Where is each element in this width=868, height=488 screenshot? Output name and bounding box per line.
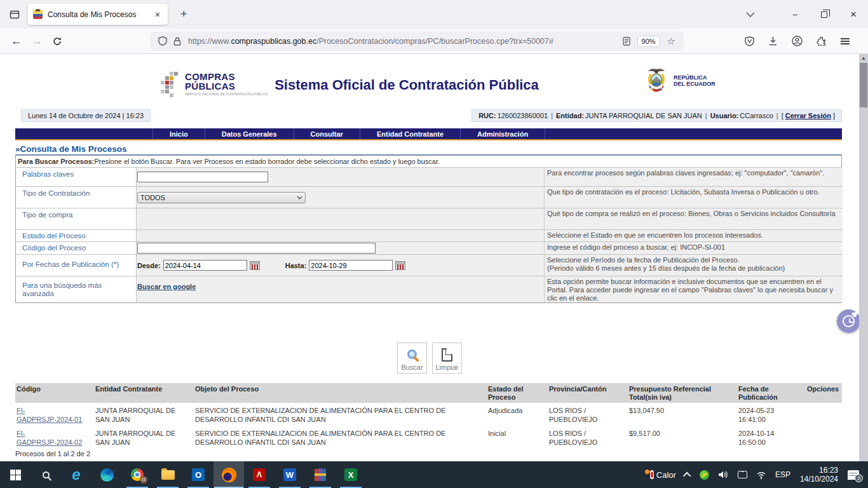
winrar-button[interactable] — [305, 461, 336, 488]
codigo-proceso-input[interactable] — [137, 243, 376, 254]
buscar-button[interactable]: Buscar — [397, 342, 427, 374]
calendar-icon[interactable] — [250, 261, 260, 270]
label-busqueda-avanzada: Para una búsqueda más avanzada — [16, 276, 136, 302]
site-header: COMPRAS PÚBLICAS SERVICIO NACIONAL DE CO… — [0, 54, 859, 109]
window-minimize-button[interactable]: − — [780, 0, 810, 29]
folder-icon — [161, 470, 175, 480]
firefox-view-icon[interactable] — [5, 5, 24, 24]
bookmark-star-icon[interactable]: ☆ — [667, 36, 675, 47]
tab-title: Consulta de Mis Procesos — [48, 10, 149, 19]
floating-clock-badge[interactable] — [837, 309, 860, 333]
menu-item-entidad-contratante[interactable]: Entidad Contratante — [360, 128, 460, 139]
menu-item-inicio[interactable]: Inicio — [153, 128, 205, 139]
menu-item-consultar[interactable]: Consultar — [294, 128, 360, 139]
estado-proceso-empty — [136, 230, 544, 241]
palabras-claves-input[interactable] — [137, 172, 268, 182]
desde-label: Desde: — [137, 262, 161, 269]
account-icon[interactable] — [792, 36, 803, 46]
menu-hamburger-icon[interactable] — [841, 38, 850, 44]
chrome-button[interactable]: G — [122, 461, 153, 488]
form-intro: Para Buscar Procesos: Presione el botón … — [16, 156, 841, 167]
calendar-icon[interactable] — [395, 261, 405, 270]
edge-button[interactable] — [92, 461, 122, 488]
tray-time: 16:23 — [800, 466, 838, 475]
edge-icon — [100, 468, 114, 482]
browser-tab-active[interactable]: Consulta de Mis Procesos × — [28, 4, 168, 25]
volume-button[interactable] — [714, 461, 733, 488]
scroll-up-icon[interactable]: ▲ — [859, 55, 868, 61]
blank-page-icon — [442, 348, 452, 362]
network-button[interactable] — [752, 461, 771, 488]
tab-close-icon[interactable]: × — [153, 9, 163, 20]
limpiar-button[interactable]: Limpiar — [432, 342, 462, 374]
buscar-en-google-link[interactable]: Buscar en google — [137, 283, 196, 290]
page-viewport: COMPRAS PÚBLICAS SERVICIO NACIONAL DE CO… — [0, 54, 868, 461]
speaker-icon — [718, 470, 729, 479]
forward-button[interactable]: → — [27, 32, 47, 51]
col-codigo: Código — [15, 383, 94, 403]
col-presupuesto: Presupuesto Referencial Total(sin iva) — [628, 383, 737, 403]
session-info: RUC: 1260023860001 | Entidad: JUNTA PARR… — [471, 109, 842, 122]
reload-button[interactable] — [47, 32, 67, 51]
ecuador-coat-of-arms-icon — [643, 68, 670, 93]
notification-badge: 2 — [855, 474, 863, 482]
url-text: https://www.compraspublicas.gob.ec/Proce… — [188, 37, 620, 46]
notification-icon: 2 — [848, 470, 859, 480]
language-indicator[interactable]: ESP — [771, 461, 795, 488]
menu-item-datos-generales[interactable]: Datos Generales — [205, 128, 294, 139]
reader-mode-icon[interactable] — [623, 37, 630, 46]
col-estado: Estado del Proceso — [487, 383, 548, 403]
weather-label: Calor — [656, 470, 676, 480]
url-bar[interactable]: https://www.compraspublicas.gob.ec/Proce… — [150, 32, 684, 51]
acrobat-icon: Λ — [253, 468, 266, 481]
shield-extension-icon[interactable] — [745, 36, 754, 46]
weather-widget[interactable]: Calor — [641, 461, 681, 488]
tipo-contratacion-select[interactable]: TODOS — [137, 192, 306, 203]
notification-center-button[interactable]: 2 — [843, 461, 868, 488]
help-palabras-claves: Para encontrar procesos según palabras c… — [544, 168, 843, 186]
url-path: /ProcesoContratacion/compras/PC/buscarPr… — [316, 37, 553, 46]
system-tray: Calor ESP 16:23 14/10/2024 2 — [641, 461, 868, 488]
excel-button[interactable]: X — [336, 461, 366, 488]
zoom-indicator[interactable]: 90% — [637, 36, 660, 47]
logout-link[interactable]: Cerrar Sesión — [785, 112, 831, 119]
list-all-tabs-icon[interactable] — [746, 12, 755, 17]
excel-icon: X — [344, 468, 357, 481]
help-fechas-line2: (Periodo válido 6 meses antes y 15 días … — [547, 264, 839, 273]
new-tab-button[interactable]: + — [175, 8, 193, 21]
menu-item-administracion[interactable]: Administración — [460, 128, 545, 139]
tray-expand-button[interactable] — [681, 461, 695, 488]
antivirus-tray-button[interactable] — [695, 461, 714, 488]
window-restore-button[interactable] — [810, 0, 839, 29]
acrobat-button[interactable]: Λ — [244, 461, 275, 488]
ruc-label: RUC: — [478, 112, 496, 119]
extensions-puzzle-icon[interactable] — [817, 36, 827, 46]
vertical-scrollbar[interactable]: ▲ — [859, 54, 868, 461]
ie-icon: e — [72, 468, 80, 481]
proceso-link[interactable]: FI-GADPRSJP-2024-02 — [17, 429, 90, 447]
tab-bar: Consulta de Mis Procesos × + − × — [0, 0, 868, 29]
firefox-button[interactable] — [214, 461, 244, 488]
file-explorer-button[interactable] — [153, 461, 183, 488]
firefox-icon — [222, 468, 236, 482]
fecha-desde-input[interactable] — [163, 260, 247, 271]
proceso-link[interactable]: FI-GADPRSJP-2024-01 — [17, 406, 90, 424]
help-tipo-compra: Qué tipo de compra se realizó en el proc… — [544, 208, 843, 229]
download-icon[interactable] — [768, 36, 778, 46]
chevron-down-icon — [297, 196, 302, 200]
word-button[interactable]: W — [275, 461, 305, 488]
lock-icon[interactable] — [173, 37, 181, 46]
scrollbar-thumb[interactable] — [860, 63, 867, 107]
taskbar-search-button[interactable] — [31, 461, 61, 488]
fecha-hasta-input[interactable] — [309, 260, 393, 271]
window-close-button[interactable]: × — [839, 0, 868, 29]
outlook-button[interactable]: O — [183, 461, 214, 488]
taskbar-clock[interactable]: 16:23 14/10/2024 — [795, 466, 843, 484]
meet-now-button[interactable] — [733, 461, 752, 488]
col-entidad: Entidad Contratante — [94, 383, 194, 403]
back-button[interactable]: ← — [6, 32, 27, 51]
pagination-label: Procesos del 1 al 2 de 2 — [15, 450, 844, 459]
tracking-shield-icon[interactable] — [158, 36, 167, 46]
start-button[interactable] — [0, 461, 31, 488]
internet-explorer-button[interactable]: e — [61, 461, 92, 488]
